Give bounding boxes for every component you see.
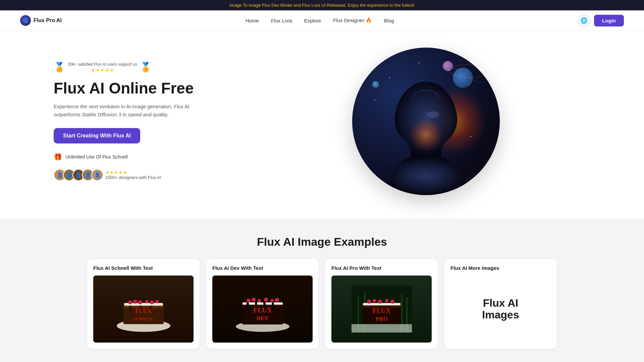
svg-text:PRO: PRO [376, 316, 388, 322]
svg-point-42 [385, 299, 388, 302]
social-text: 1000+ designers with Flux AI [105, 175, 161, 180]
star-dot [374, 99, 375, 100]
hero-left: 🏅 50k+ satisfied Flux AI users support u… [54, 62, 228, 181]
svg-point-40 [373, 299, 376, 302]
social-stars: ★★★★★ [105, 170, 161, 175]
example-card-pro: Flux AI Pro With Text [325, 259, 438, 349]
main-nav: Home Flux Lora Explore Flux Designer 🔥 B… [246, 17, 394, 23]
example-card-title-pro: Flux AI Pro With Text [331, 265, 432, 271]
svg-point-0 [427, 111, 439, 118]
svg-point-14 [150, 300, 154, 304]
top-banner: Image To Image Flux Dev Model and Flux L… [0, 0, 644, 10]
globe-button[interactable]: 🌐 [578, 14, 590, 26]
example-image-more: Flux AI Images [450, 276, 551, 343]
example-card-schnell: Flux AI Schnell With Text FLUX S [87, 259, 200, 349]
svg-point-24 [258, 299, 261, 302]
orbit-lines [449, 58, 490, 84]
hero-right [228, 48, 624, 195]
social-proof: 👤 👤 👤 👤 👤 ★★★★★ 1000+ designers with Flu… [54, 169, 228, 181]
svg-point-41 [378, 300, 382, 304]
svg-point-2 [450, 64, 489, 78]
svg-point-11 [133, 300, 137, 304]
unlimited-tag: 🎁 Unlimited Use Of Flux Schnell [54, 153, 228, 161]
gift-icon: 🎁 [54, 153, 62, 161]
svg-point-26 [270, 299, 274, 302]
svg-point-43 [390, 300, 394, 304]
examples-grid: Flux AI Schnell With Text FLUX S [87, 259, 557, 349]
social-text-wrap: ★★★★★ 1000+ designers with Flux AI [105, 170, 161, 180]
more-text-line2: Images [482, 309, 519, 321]
badge-stars: ★★★★★ [68, 67, 137, 73]
svg-text:FLUX: FLUX [135, 308, 152, 314]
svg-text:FLUX: FLUX [372, 307, 391, 314]
badge-area: 🏅 50k+ satisfied Flux AI users support u… [54, 62, 228, 73]
example-card-title-schnell: Flux AI Schnell With Text [93, 265, 194, 271]
nav-flux-designer[interactable]: Flux Designer 🔥 [333, 17, 372, 23]
hero-title: Flux AI Online Free [54, 79, 228, 97]
avatars: 👤 👤 👤 👤 👤 [54, 169, 101, 181]
login-button[interactable]: Login [594, 15, 624, 26]
badge-text: 50k+ satisfied Flux AI users support us [68, 62, 137, 67]
svg-point-13 [145, 300, 149, 303]
svg-point-10 [128, 300, 132, 304]
hero-subtitle: Experience the next evolution in AI imag… [54, 103, 195, 119]
svg-text:FLUX: FLUX [253, 306, 272, 314]
pro-cake-svg: FLUX PRO [352, 286, 412, 333]
unlimited-text: Unlimited Use Of Flux Schnell [65, 154, 128, 160]
svg-rect-33 [352, 324, 412, 333]
planet-3 [372, 81, 379, 88]
example-image-pro: FLUX PRO [331, 276, 432, 343]
svg-point-25 [264, 298, 268, 302]
header-right: 🌐 Login [578, 14, 624, 26]
hero-image [352, 48, 500, 195]
avatar-5: 👤 [91, 169, 103, 181]
more-images-text: Flux AI Images [482, 297, 519, 321]
hero-silhouette-svg [379, 68, 473, 195]
logo[interactable]: 🌀 Flux Pro AI [20, 15, 62, 26]
svg-text:SCHNELL: SCHNELL [133, 316, 154, 321]
example-image-schnell: FLUX SCHNELL [93, 276, 194, 343]
svg-point-15 [155, 300, 159, 303]
svg-point-39 [367, 300, 371, 304]
svg-point-22 [247, 299, 251, 303]
banner-text: Image To Image Flux Dev Model and Flux L… [229, 3, 414, 8]
laurel-left-icon: 🏅 [54, 63, 65, 72]
example-image-dev: FLUX DEV [212, 276, 313, 343]
logo-text: Flux Pro AI [34, 17, 62, 23]
svg-point-3 [449, 58, 490, 84]
nav-blog[interactable]: Blog [384, 18, 394, 23]
hero-section: 🏅 50k+ satisfied Flux AI users support u… [0, 31, 644, 219]
star-dot [419, 62, 420, 63]
dev-cake-svg: FLUX DEV [232, 286, 293, 333]
example-card-dev: Flux AI Dev With Text FLUX [206, 259, 319, 349]
example-card-title-more: Flux AI More Images [450, 265, 551, 271]
svg-point-1 [409, 118, 443, 152]
nav-explore[interactable]: Explore [304, 18, 321, 23]
logo-icon: 🌀 [20, 15, 31, 26]
svg-point-12 [138, 300, 142, 304]
example-card-title-dev: Flux AI Dev With Text [212, 265, 313, 271]
examples-title: Flux AI Image Examples [20, 235, 624, 248]
example-card-more: Flux AI More Images Flux AI Images [444, 259, 557, 349]
nav-home[interactable]: Home [246, 18, 259, 23]
more-text-line1: Flux AI [482, 297, 519, 309]
cta-button[interactable]: Start Creating With Flux AI [54, 128, 140, 143]
svg-point-23 [252, 298, 256, 302]
header: 🌀 Flux Pro AI Home Flux Lora Explore Flu… [0, 10, 644, 31]
schnell-cake-svg: FLUX SCHNELL [113, 286, 174, 333]
svg-text:DEV: DEV [257, 315, 269, 321]
examples-section: Flux AI Image Examples Flux AI Schnell W… [0, 219, 644, 362]
nav-flux-lora[interactable]: Flux Lora [271, 18, 292, 23]
badge-text-wrap: 50k+ satisfied Flux AI users support us … [68, 62, 137, 73]
svg-point-27 [275, 298, 279, 302]
laurel-right-icon: 🏅 [140, 63, 152, 72]
